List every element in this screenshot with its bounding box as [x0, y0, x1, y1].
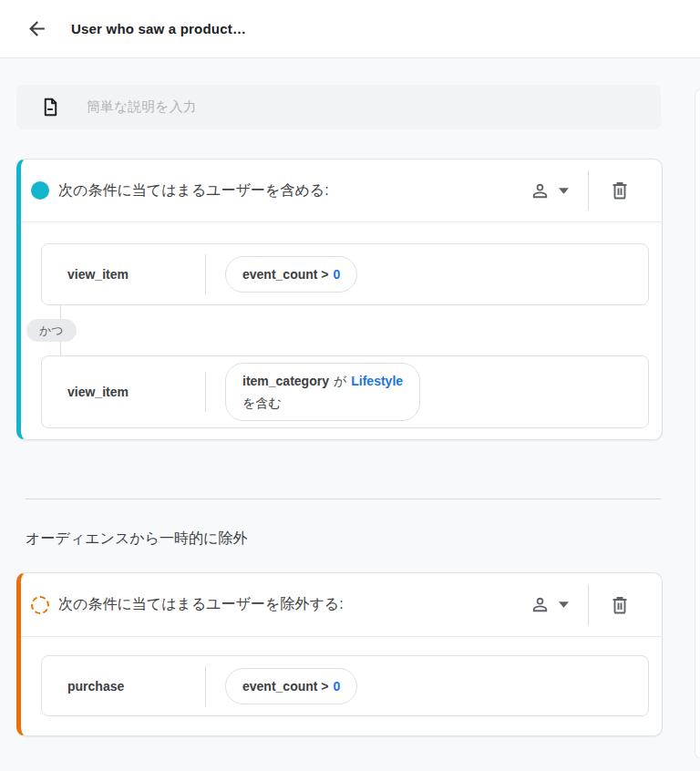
condition-row[interactable]: view_item item_category が Lifestyle を含む	[41, 355, 649, 428]
event-name[interactable]: purchase	[42, 679, 205, 694]
include-card-header: 次の条件に当てはまるユーザーを含める:	[21, 159, 662, 222]
row-divider	[205, 666, 206, 706]
header-divider	[588, 170, 589, 211]
trash-icon	[609, 180, 631, 201]
chip-value-text: Lifestyle	[351, 370, 403, 392]
include-card-body: view_item event_count > 0 かつ view_item	[21, 222, 662, 428]
include-card-title: 次の条件に当てはまるユーザーを含める:	[58, 181, 329, 200]
person-icon	[530, 594, 551, 615]
include-scope-icon	[31, 181, 49, 200]
document-icon	[39, 96, 62, 118]
user-scope-dropdown[interactable]	[530, 180, 569, 201]
parameter-chip[interactable]: event_count > 0	[225, 668, 357, 704]
exclude-section-label: オーディエンスから一時的に除外	[26, 529, 247, 549]
trash-icon	[609, 594, 631, 616]
parameter-chip[interactable]: item_category が Lifestyle を含む	[225, 363, 420, 421]
chip-connector-text: が	[334, 370, 346, 392]
chip-value-text: 0	[334, 675, 341, 697]
parameter-chip[interactable]: event_count > 0	[225, 256, 357, 293]
exclude-condition-card: 次の条件に当てはまるユーザーを除外する:	[16, 572, 663, 736]
exclude-scope-icon	[31, 596, 49, 614]
user-scope-dropdown[interactable]	[530, 594, 569, 615]
condition-connector: かつ	[21, 305, 662, 355]
exclude-header-actions	[530, 585, 662, 625]
chip-param-text: event_count >	[242, 675, 329, 697]
chip-param-text: item_category	[242, 370, 329, 392]
exclude-card-body: purchase event_count > 0	[21, 637, 662, 716]
header-divider	[588, 585, 589, 625]
description-input[interactable]: 簡単な説明を入力	[16, 85, 661, 129]
chevron-down-icon	[559, 188, 569, 194]
row-divider	[205, 254, 206, 294]
chip-param-text: event_count >	[242, 263, 329, 285]
row-divider	[205, 372, 206, 412]
chip-suffix-text: を含む	[242, 392, 282, 414]
description-placeholder: 簡単な説明を入力	[87, 98, 197, 116]
delete-exclude-group-button[interactable]	[608, 593, 632, 617]
audience-builder-screen: User who saw a product… 簡単な説明を入力 次の条件に当て…	[0, 0, 700, 771]
app-header: User who saw a product…	[0, 0, 700, 58]
include-header-actions	[530, 170, 662, 211]
and-operator-pill[interactable]: かつ	[26, 319, 77, 342]
arrow-back-icon	[26, 17, 48, 40]
delete-include-group-button[interactable]	[608, 179, 632, 202]
summary-panel-edge	[695, 88, 700, 759]
exclude-card-header: 次の条件に当てはまるユーザーを除外する:	[21, 573, 662, 637]
include-condition-card: 次の条件に当てはまるユーザーを含める:	[16, 159, 663, 440]
section-divider	[26, 499, 661, 499]
back-button[interactable]	[25, 17, 48, 41]
event-name[interactable]: view_item	[42, 267, 205, 282]
condition-row[interactable]: view_item event_count > 0	[41, 243, 649, 305]
chevron-down-icon	[559, 601, 569, 608]
page-title: User who saw a product…	[71, 21, 246, 36]
exclude-card-title: 次の条件に当てはまるユーザーを除外する:	[58, 595, 344, 614]
chip-value-text: 0	[334, 263, 341, 285]
person-icon	[530, 180, 551, 201]
event-name[interactable]: view_item	[42, 385, 205, 399]
condition-row[interactable]: purchase event_count > 0	[41, 655, 649, 716]
